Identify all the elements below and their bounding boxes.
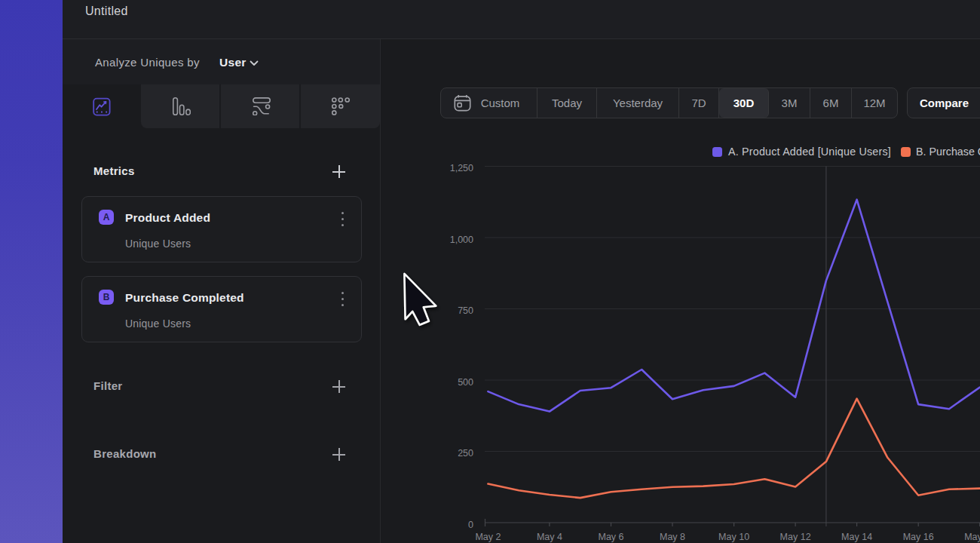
svg-text:500: 500 bbox=[458, 377, 473, 388]
svg-text:May 12: May 12 bbox=[780, 532, 811, 542]
svg-text:1,250: 1,250 bbox=[450, 163, 473, 173]
svg-text:May 14: May 14 bbox=[841, 532, 872, 542]
svg-text:May 6: May 6 bbox=[598, 532, 623, 542]
svg-text:May 10: May 10 bbox=[718, 532, 749, 542]
svg-text:250: 250 bbox=[458, 448, 473, 459]
svg-text:0: 0 bbox=[468, 520, 473, 530]
svg-text:May 18: May 18 bbox=[964, 532, 980, 542]
svg-text:750: 750 bbox=[458, 305, 473, 316]
svg-text:1,000: 1,000 bbox=[450, 235, 473, 245]
svg-text:May 2: May 2 bbox=[475, 532, 501, 542]
svg-text:May 16: May 16 bbox=[903, 532, 934, 542]
svg-text:May 4: May 4 bbox=[537, 532, 562, 542]
svg-text:May 8: May 8 bbox=[660, 532, 685, 542]
